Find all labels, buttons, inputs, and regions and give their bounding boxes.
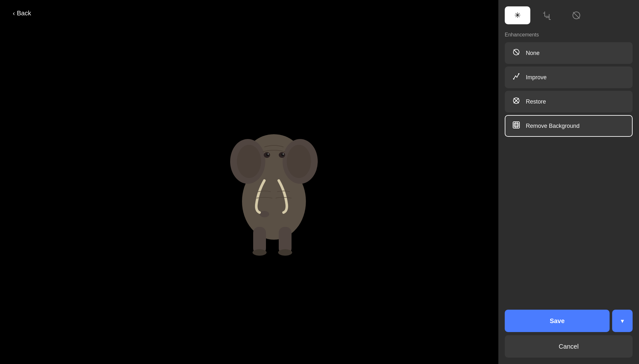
enhance-tool-icon: ✳ (514, 11, 521, 20)
image-preview (223, 105, 325, 259)
elephant-image (223, 105, 325, 259)
none-icon (512, 48, 521, 58)
remove-background-label: Remove Background (526, 123, 580, 129)
enhancement-remove-background[interactable]: Remove Background (505, 115, 633, 137)
improve-icon (512, 73, 521, 82)
svg-rect-36 (514, 123, 518, 127)
mask-tool-button[interactable] (564, 6, 589, 24)
remove-background-icon (512, 121, 521, 131)
svg-rect-19 (549, 14, 549, 19)
svg-point-31 (513, 78, 514, 80)
svg-rect-18 (544, 16, 549, 17)
restore-icon (512, 97, 521, 106)
save-button[interactable]: Save (505, 310, 610, 332)
enhancement-improve[interactable]: Improve (505, 66, 633, 88)
svg-point-6 (260, 211, 269, 217)
svg-rect-21 (543, 13, 545, 13)
svg-point-5 (287, 145, 311, 178)
enhance-tool-button[interactable]: ✳ (505, 6, 530, 24)
back-chevron-icon: ‹ (13, 10, 15, 17)
none-label: None (526, 50, 540, 57)
svg-line-24 (573, 12, 580, 19)
svg-rect-20 (546, 17, 549, 18)
svg-rect-35 (513, 122, 519, 128)
svg-point-10 (278, 249, 292, 256)
cancel-button[interactable]: Cancel (505, 335, 633, 358)
bottom-actions: Save ▾ Cancel (505, 310, 633, 358)
enhancements-label: Enhancements (505, 32, 633, 38)
mask-icon (572, 11, 581, 20)
svg-line-26 (514, 50, 519, 55)
enhancement-restore[interactable]: Restore (505, 91, 633, 112)
save-row: Save ▾ (505, 310, 633, 332)
svg-point-3 (237, 145, 261, 178)
crop-tool-button[interactable] (534, 6, 560, 24)
back-button[interactable]: ‹ Back (13, 10, 31, 17)
back-label: Back (17, 10, 31, 17)
enhancement-none[interactable]: None (505, 42, 633, 64)
canvas-area: ‹ Back (0, 0, 498, 364)
svg-rect-17 (544, 12, 545, 17)
improve-label: Improve (526, 74, 547, 81)
restore-label: Restore (526, 98, 546, 105)
svg-rect-22 (549, 19, 551, 20)
toolbar: ✳ (505, 6, 633, 24)
svg-point-15 (268, 153, 269, 155)
crop-icon (542, 11, 551, 20)
svg-point-9 (253, 249, 267, 256)
svg-point-16 (283, 153, 284, 155)
dropdown-chevron-icon: ▾ (621, 317, 624, 325)
enhancements-list: None Improve (505, 42, 633, 310)
save-dropdown-button[interactable]: ▾ (612, 310, 633, 332)
svg-point-30 (518, 73, 519, 74)
right-panel: ✳ Enhancements (498, 0, 639, 364)
